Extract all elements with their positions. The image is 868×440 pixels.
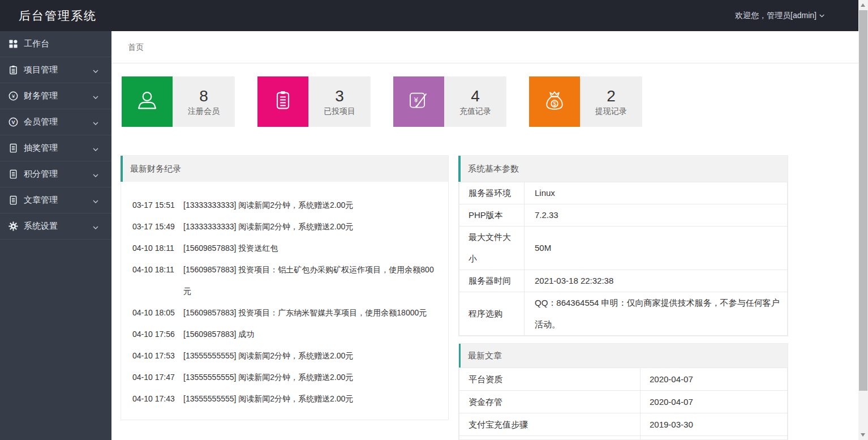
articles-panel: 最新文章 平台资质2020-04-07资金存管2020-04-07支付宝充值步骤… [458,343,788,440]
finance-panel-title: 最新财务纪录 [130,164,181,174]
panel-accent-bar [458,156,461,182]
stat-card-info: 3已投项目 [308,76,371,127]
param-row: 最大文件大小50M [459,227,788,270]
article-row[interactable]: 资金存管2020-04-07 [459,391,788,413]
sidebar-item-project-management[interactable]: 项目管理 [0,57,111,83]
breadcrumb[interactable]: 首页 [111,31,858,63]
param-value: 7.2.33 [525,204,788,227]
sidebar-item-label: 工作台 [24,39,49,49]
document-icon [8,143,18,153]
stat-card-icon-block: $ [529,76,580,127]
stat-value: 3 [335,87,344,105]
sidebar-item-label: 积分管理 [24,169,58,180]
param-label: 服务器时间 [459,270,525,292]
sidebar-item-article-management[interactable]: 文章管理 [0,187,111,213]
param-label: 程序选购 [459,292,525,336]
article-title[interactable]: 资金存管 [459,391,641,413]
articles-panel-title: 最新文章 [468,351,502,361]
record-time: 04-10 17:56 [132,323,183,345]
sidebar: 工作台项目管理¥财务管理V会员管理抽奖管理积分管理文章管理系统设置 [0,31,111,440]
articles-panel-header: 最新文章 [459,344,788,368]
svg-text:V: V [12,119,15,125]
stat-card-withdraw-records[interactable]: $2提现记录 [529,76,642,127]
finance-record: 03-17 15:51[13333333333] 阅读新闻2分钟，系统赠送2.0… [132,194,440,216]
record-text: [13555555555] 阅读新闻2分钟，系统赠送2.00元 [183,366,440,388]
article-title[interactable]: 平台资质 [459,368,641,391]
article-row[interactable]: 平台资质2020-04-07 [459,368,788,391]
scrollbar-thumb[interactable] [859,10,867,391]
stat-card-recharge-records[interactable]: ¥4充值记录 [393,76,506,127]
stat-label: 已投项目 [324,106,355,117]
param-value: 50M [525,227,788,270]
stat-label: 注册会员 [188,106,220,117]
document-icon [8,169,18,179]
sidebar-item-lottery-management[interactable]: 抽奖管理 [0,135,111,161]
finance-record: 04-10 17:53[13555555555] 阅读新闻2分钟，系统赠送2.0… [132,345,440,366]
user-menu[interactable]: 欢迎您，管理员[admin] [735,0,826,31]
sidebar-item-points-management[interactable]: 积分管理 [0,161,111,187]
panel-accent-bar [121,156,123,182]
stat-value: 4 [471,87,480,105]
sidebar-item-label: 财务管理 [24,91,58,101]
stat-card-registered-members[interactable]: 8注册会员 [122,76,235,127]
record-time: 03-17 15:51 [132,194,183,216]
clipboard-icon [8,65,18,75]
stats-row: 8注册会员3已投项目¥4充值记录$2提现记录 [122,76,665,127]
record-text: [15609857883] 投资项目：广东纳米智媒共享项目，使用余额18000元 [183,302,440,323]
finance-records: 03-17 15:51[13333333333] 阅读新闻2分钟，系统赠送2.0… [121,182,448,409]
sidebar-item-member-management[interactable]: V会员管理 [0,109,111,135]
svg-text:$: $ [553,100,556,106]
record-time: 04-10 17:53 [132,345,183,366]
stat-card-info: 8注册会员 [173,76,235,127]
finance-record: 04-10 18:11[15609857883] 投资送红包 [132,237,440,259]
articles-table: 平台资质2020-04-07资金存管2020-04-07支付宝充值步骤2019-… [459,368,788,440]
finance-record: 03-17 15:49[13333333333] 阅读新闻2分钟，系统赠送2.0… [132,216,440,237]
record-text: [13333333333] 阅读新闻2分钟，系统赠送2.00元 [183,216,440,237]
chevron-down-icon [92,67,99,76]
article-date: 2019-03-30 [641,413,788,436]
vertical-scrollbar [858,0,868,440]
sidebar-item-system-settings[interactable]: 系统设置 [0,213,111,240]
finance-record: 04-10 17:43[13555555555] 阅读新闻2分钟，系统赠送2.0… [132,388,440,409]
scroll-down-icon[interactable] [861,433,865,437]
record-text: [15609857883] 成功 [183,323,440,345]
system-params-body: 服务器环境LinuxPHP版本7.2.33最大文件大小50M服务器时间2021-… [459,182,788,336]
scroll-up-icon[interactable] [861,3,865,7]
sidebar-item-finance-management[interactable]: ¥财务管理 [0,83,111,109]
article-row[interactable]: 支付宝充值步骤2019-03-30 [459,413,788,436]
chevron-down-icon [92,171,99,181]
param-row: 服务器环境Linux [459,182,788,204]
main-content: 首页 8注册会员3已投项目¥4充值记录$2提现记录 最新财务纪录 03-17 1… [111,31,858,440]
finance-panel: 最新财务纪录 03-17 15:51[13333333333] 阅读新闻2分钟，… [121,155,449,420]
record-text: [15609857883] 投资送红包 [183,237,440,259]
param-value: 2021-03-18 22:32:38 [525,270,788,292]
system-params-panel: 系统基本参数 服务器环境LinuxPHP版本7.2.33最大文件大小50M服务器… [458,155,788,336]
record-text: [13333333333] 阅读新闻2分钟，系统赠送2.00元 [183,194,440,216]
chevron-down-icon [818,12,826,19]
param-row: PHP版本7.2.33 [459,204,788,227]
record-time: 04-10 17:47 [132,366,183,388]
system-panel-header: 系统基本参数 [459,156,788,182]
finance-record: 04-10 17:56[15609857883] 成功 [132,323,440,345]
document-icon [8,195,18,205]
chevron-down-icon [92,145,99,155]
gear-icon [8,221,18,231]
finance-record: 04-10 18:11[15609857883] 投资项目：铝土矿包办采购矿权运… [132,259,440,302]
grid-icon [8,39,18,49]
stat-card-invested-projects[interactable]: 3已投项目 [257,76,371,127]
chevron-down-icon [92,119,99,129]
record-text: [13555555555] 阅读新闻2分钟，系统赠送2.00元 [183,388,440,409]
stat-value: 2 [607,87,616,105]
finance-panel-header: 最新财务纪录 [121,156,448,182]
article-title[interactable]: 支付宝充值步骤 [459,413,641,436]
param-value: QQ：864364554 申明：仅向商家提供技术服务，不参与任何客户活动。 [525,292,788,336]
sidebar-item-workbench[interactable]: 工作台 [0,31,111,57]
chevron-down-icon [92,93,99,102]
articles-body: 平台资质2020-04-07资金存管2020-04-07支付宝充值步骤2019-… [459,368,788,440]
yen-coin-icon: ¥ [8,91,18,101]
sidebar-item-label: 系统设置 [24,221,58,232]
finance-record: 04-10 18:05[15609857883] 投资项目：广东纳米智媒共享项目… [132,302,440,323]
notes-icon [269,87,297,117]
article-row [459,436,788,440]
article-date: 2020-04-07 [641,391,788,413]
